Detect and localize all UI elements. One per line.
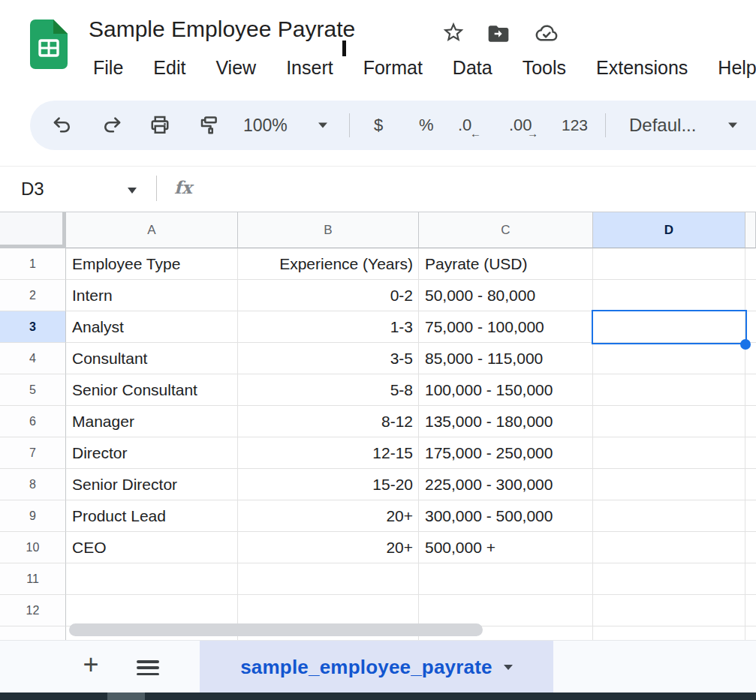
menu-item-view[interactable]: View xyxy=(200,53,271,83)
row-header-12[interactable]: 12 xyxy=(0,595,66,626)
menu-item-insert[interactable]: Insert xyxy=(271,53,348,83)
cell-E3[interactable] xyxy=(745,311,756,343)
menu-item-format[interactable]: Format xyxy=(348,53,438,83)
column-header-B[interactable]: B xyxy=(238,212,419,248)
cell-C4[interactable]: 85,000 - 115,000 xyxy=(419,343,593,374)
undo-icon[interactable] xyxy=(51,114,74,137)
row-header-9[interactable]: 9 xyxy=(0,500,66,532)
cell-C6[interactable]: 135,000 - 180,000 xyxy=(419,406,593,437)
row-header-8[interactable]: 8 xyxy=(0,469,66,500)
font-dropdown-icon[interactable] xyxy=(728,123,737,128)
cell-C7[interactable]: 175,000 - 250,000 xyxy=(419,437,593,469)
menu-item-tools[interactable]: Tools xyxy=(508,53,581,83)
increase-decimal-places-button[interactable]: .00→ xyxy=(509,116,532,135)
cell-E2[interactable] xyxy=(745,280,756,311)
star-icon[interactable] xyxy=(441,20,465,44)
cell-A8[interactable]: Senior Director xyxy=(66,469,238,500)
cell-B1[interactable]: Experience (Years) xyxy=(238,248,419,280)
cell-A12[interactable] xyxy=(66,595,238,626)
cell-C9[interactable]: 300,000 - 500,000 xyxy=(419,500,593,532)
cell-B3[interactable]: 1-3 xyxy=(238,311,419,343)
menu-item-file[interactable]: File xyxy=(78,53,138,83)
cell-C8[interactable]: 225,000 - 300,000 xyxy=(419,469,593,500)
row-header-10[interactable]: 10 xyxy=(0,532,66,563)
spreadsheet-grid[interactable]: ABCD1Employee TypeExperience (Years)Payr… xyxy=(0,212,756,640)
cell-A6[interactable]: Manager xyxy=(66,406,238,437)
column-header-E[interactable] xyxy=(745,212,756,248)
menu-item-edit[interactable]: Edit xyxy=(138,53,200,83)
sheet-tab-active[interactable]: sample_employee_payrate xyxy=(200,641,553,693)
cell-D12[interactable] xyxy=(593,595,745,626)
cell-A5[interactable]: Senior Consultant xyxy=(66,374,238,406)
cell-A1[interactable]: Employee Type xyxy=(66,248,238,280)
cell-A9[interactable]: Product Lead xyxy=(66,500,238,532)
row-header-partial[interactable] xyxy=(0,626,66,640)
cell-A2[interactable]: Intern xyxy=(66,280,238,311)
cell-D9[interactable] xyxy=(593,500,745,532)
cell-C2[interactable]: 50,000 - 80,000 xyxy=(419,280,593,311)
cell-B12[interactable] xyxy=(238,595,419,626)
cell-B4[interactable]: 3-5 xyxy=(238,343,419,374)
cloud-saved-icon[interactable] xyxy=(533,20,560,46)
row-header-6[interactable]: 6 xyxy=(0,406,66,437)
menu-item-data[interactable]: Data xyxy=(438,53,508,83)
menu-item-extensions[interactable]: Extensions xyxy=(581,53,703,83)
cell-E13[interactable] xyxy=(745,626,756,640)
zoom-level[interactable]: 100% xyxy=(243,116,288,136)
horizontal-scrollbar-thumb[interactable] xyxy=(69,623,483,636)
cell-A11[interactable] xyxy=(66,563,238,595)
cell-C3[interactable]: 75,000 - 100,000 xyxy=(419,311,593,343)
row-header-11[interactable]: 11 xyxy=(0,563,66,595)
cell-D2[interactable] xyxy=(593,280,745,311)
cell-D13[interactable] xyxy=(593,626,745,640)
cell-D1[interactable] xyxy=(593,248,745,280)
row-header-7[interactable]: 7 xyxy=(0,437,66,469)
cell-D4[interactable] xyxy=(593,343,745,374)
cell-C5[interactable]: 100,000 - 150,000 xyxy=(419,374,593,406)
row-header-1[interactable]: 1 xyxy=(0,248,66,280)
cell-B11[interactable] xyxy=(238,563,419,595)
row-header-5[interactable]: 5 xyxy=(0,374,66,406)
column-header-D[interactable]: D xyxy=(593,212,745,248)
format-percent-button[interactable]: % xyxy=(419,116,434,135)
decrease-decimal-places-button[interactable]: .0← xyxy=(458,116,471,135)
zoom-dropdown-icon[interactable] xyxy=(318,123,327,128)
cell-E8[interactable] xyxy=(745,469,756,500)
sheet-tab-dropdown-icon[interactable] xyxy=(504,665,513,670)
cell-D11[interactable] xyxy=(593,563,745,595)
cell-D5[interactable] xyxy=(593,374,745,406)
more-formats-button[interactable]: 123 xyxy=(562,116,588,134)
google-sheets-logo-icon[interactable] xyxy=(30,20,68,69)
cell-D8[interactable] xyxy=(593,469,745,500)
cell-D3[interactable] xyxy=(593,311,745,343)
cell-E7[interactable] xyxy=(745,437,756,469)
cell-B2[interactable]: 0-2 xyxy=(238,280,419,311)
cell-E9[interactable] xyxy=(745,500,756,532)
select-all-corner[interactable] xyxy=(0,212,66,248)
all-sheets-menu-icon[interactable] xyxy=(137,660,159,675)
cell-A10[interactable]: CEO xyxy=(66,532,238,563)
paint-format-icon[interactable] xyxy=(197,114,219,137)
cell-D10[interactable] xyxy=(593,532,745,563)
column-header-A[interactable]: A xyxy=(66,212,238,248)
cell-E5[interactable] xyxy=(745,374,756,406)
row-header-2[interactable]: 2 xyxy=(0,280,66,311)
cell-D6[interactable] xyxy=(593,406,745,437)
row-header-3[interactable]: 3 xyxy=(0,311,66,343)
redo-icon[interactable] xyxy=(101,114,123,137)
cell-B7[interactable]: 12-15 xyxy=(238,437,419,469)
cell-C1[interactable]: Payrate (USD) xyxy=(419,248,593,280)
column-header-C[interactable]: C xyxy=(419,212,593,248)
document-title[interactable]: Sample Employee Payrate xyxy=(89,17,355,42)
print-icon[interactable] xyxy=(149,114,171,137)
add-sheet-button[interactable]: + xyxy=(75,641,107,693)
cell-B6[interactable]: 8-12 xyxy=(238,406,419,437)
cell-C12[interactable] xyxy=(419,595,593,626)
row-header-4[interactable]: 4 xyxy=(0,343,66,374)
name-box-dropdown-icon[interactable] xyxy=(128,188,137,194)
cell-D7[interactable] xyxy=(593,437,745,469)
cell-B5[interactable]: 5-8 xyxy=(238,374,419,406)
font-selector[interactable]: Defaul... xyxy=(629,115,696,136)
cell-E6[interactable] xyxy=(745,406,756,437)
cell-B9[interactable]: 20+ xyxy=(238,500,419,532)
